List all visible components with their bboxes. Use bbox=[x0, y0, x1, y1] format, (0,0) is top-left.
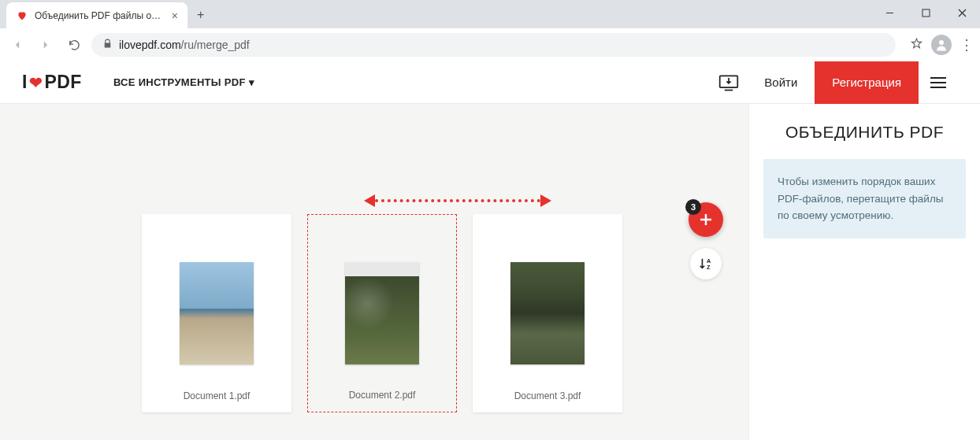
sort-az-button[interactable]: AZ bbox=[690, 248, 722, 279]
address-bar: ilovepdf.com/ru/merge_pdf ⋮ bbox=[0, 28, 980, 61]
browser-tab[interactable]: Объединить PDF файлы онлайн × bbox=[6, 2, 187, 29]
document-thumbnail bbox=[510, 262, 585, 364]
heart-icon bbox=[16, 9, 28, 22]
document-filename: Document 3.pdf bbox=[514, 390, 581, 401]
kebab-menu-icon[interactable]: ⋮ bbox=[960, 36, 974, 54]
sidebar: ОБЪЕДИНИТЬ PDF Чтобы изменить порядок ва… bbox=[748, 104, 980, 440]
svg-rect-1 bbox=[922, 9, 930, 17]
drag-direction-hint bbox=[364, 194, 551, 207]
tab-title: Объединить PDF файлы онлайн bbox=[35, 10, 165, 21]
floating-actions: 3 AZ bbox=[689, 202, 723, 279]
all-tools-dropdown[interactable]: ВСЕ ИНСТРУМЕНТЫ PDF ▾ bbox=[113, 76, 254, 88]
heart-icon: ❤ bbox=[29, 73, 43, 92]
reorder-hint: Чтобы изменить порядок ваших PDF-файлов,… bbox=[763, 159, 966, 238]
app-header: I ❤ PDF ВСЕ ИНСТРУМЕНТЫ PDF ▾ Войти Реги… bbox=[0, 61, 980, 104]
logo[interactable]: I ❤ PDF bbox=[22, 72, 82, 93]
bookmark-icon[interactable] bbox=[910, 37, 923, 54]
document-card[interactable]: Document 1.pdf bbox=[142, 214, 291, 412]
browser-chrome: Объединить PDF файлы онлайн × + ilovepdf… bbox=[0, 0, 980, 61]
file-count-badge: 3 bbox=[685, 199, 701, 215]
lock-icon bbox=[102, 38, 113, 52]
download-desktop-button[interactable] bbox=[711, 61, 747, 104]
login-button[interactable]: Войти bbox=[747, 61, 815, 104]
svg-point-4 bbox=[939, 40, 944, 45]
arrow-left-icon bbox=[364, 194, 375, 207]
document-filename: Document 2.pdf bbox=[349, 390, 416, 401]
forward-button[interactable] bbox=[35, 34, 57, 56]
close-icon[interactable]: × bbox=[172, 9, 178, 22]
main-content: Document 1.pdf Document 2.pdf Document 3… bbox=[0, 104, 980, 440]
svg-text:Z: Z bbox=[707, 264, 711, 271]
profile-icon[interactable] bbox=[931, 35, 952, 55]
reload-button[interactable] bbox=[63, 34, 85, 56]
register-button[interactable]: Регистрация bbox=[815, 61, 919, 104]
url-field[interactable]: ilovepdf.com/ru/merge_pdf bbox=[91, 33, 896, 57]
sidebar-title: ОБЪЕДИНИТЬ PDF bbox=[763, 123, 966, 142]
document-filename: Document 1.pdf bbox=[184, 390, 251, 401]
tab-bar: Объединить PDF файлы онлайн × + bbox=[0, 0, 980, 28]
close-window-button[interactable] bbox=[944, 0, 980, 25]
back-button[interactable] bbox=[6, 34, 28, 56]
minimize-button[interactable] bbox=[871, 0, 908, 25]
chevron-down-icon: ▾ bbox=[249, 76, 254, 88]
arrow-right-icon bbox=[540, 194, 551, 207]
add-files-button[interactable]: 3 bbox=[689, 202, 723, 237]
document-thumbnail bbox=[180, 262, 254, 364]
document-card[interactable]: Document 2.pdf bbox=[307, 214, 457, 412]
document-card[interactable]: Document 3.pdf bbox=[473, 214, 622, 412]
workspace[interactable]: Document 1.pdf Document 2.pdf Document 3… bbox=[0, 104, 748, 440]
maximize-button[interactable] bbox=[908, 0, 944, 25]
new-tab-button[interactable]: + bbox=[187, 8, 213, 22]
document-thumbnail bbox=[345, 262, 419, 364]
window-controls bbox=[871, 0, 980, 25]
menu-button[interactable] bbox=[919, 61, 958, 104]
document-list: Document 1.pdf Document 2.pdf Document 3… bbox=[142, 214, 717, 412]
url-text: ilovepdf.com/ru/merge_pdf bbox=[119, 39, 250, 51]
